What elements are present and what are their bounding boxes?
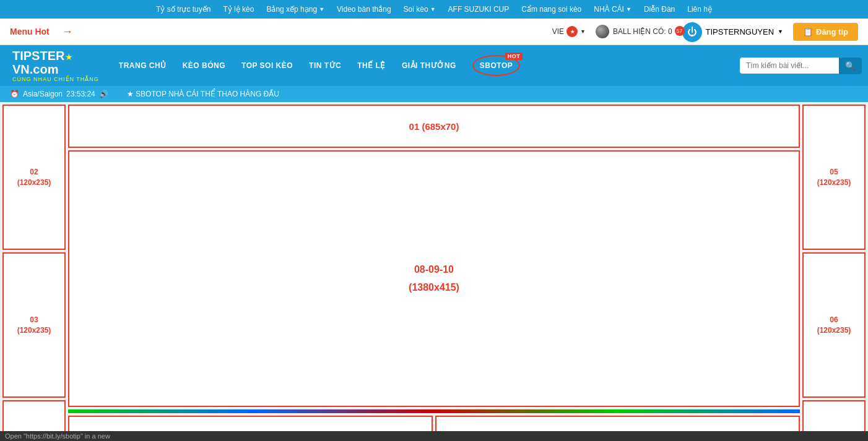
sbotop-circle: SBOTOP HOT	[472, 55, 520, 76]
chevron-down-icon: ▼	[626, 6, 631, 12]
ad-05[interactable]: 05 (120x235)	[802, 105, 866, 250]
nav-giai-thuong[interactable]: GIẢI THƯỞNG	[394, 53, 464, 79]
user-chevron-icon: ▼	[778, 28, 783, 35]
username-label: TIPSTERNGUYEN	[706, 27, 775, 36]
ball-icon	[596, 25, 609, 38]
ball-count: BALL HIỆN CÓ: 0	[613, 27, 672, 36]
logo[interactable]: TIPSTER ★ VN.com CÙNG NHAU CHIẾN THẮNG	[6, 45, 105, 86]
ad-03[interactable]: 03 (120x235)	[2, 252, 66, 398]
nav-aff[interactable]: AFF SUZUKI CUP	[448, 5, 510, 14]
nav-soi-keo[interactable]: Soi kèo ▼	[404, 5, 436, 14]
ad-02[interactable]: 02 (120x235)	[2, 105, 66, 250]
login-button[interactable]: 📋 Đăng tip	[793, 23, 858, 41]
search-button[interactable]: 🔍	[839, 58, 862, 74]
nav-dien-dan[interactable]: Diễn Đàn	[644, 5, 675, 14]
search-area: 🔍	[740, 58, 862, 74]
sound-icon[interactable]: 🔊	[99, 90, 108, 98]
nav-sbotop[interactable]: SBOTOP HOT	[465, 49, 527, 82]
right-sidebar: 05 (120x235) 06 (120x235) 07 (120x235)	[800, 102, 868, 441]
ad-06[interactable]: 06 (120x235)	[802, 252, 866, 398]
chevron-down-icon: ▼	[319, 6, 324, 12]
nav-video[interactable]: Video bàn thắng	[337, 5, 391, 14]
status-text: Open "https://bit.ly/sbotip" in a new	[5, 432, 110, 440]
chevron-down-icon: ▼	[580, 28, 586, 35]
time-display: 23:53:24	[66, 90, 95, 98]
main-nav-links: TRANG CHỦ KÈO BÓNG TOP SOI KÈO TIN TỨC T…	[111, 49, 740, 82]
user-icon: ⏻	[682, 22, 702, 42]
top-navigation: Tỷ số trực tuyến Tỷ lệ kèo Bảng xếp hạng…	[0, 0, 868, 19]
book-icon: 📋	[803, 27, 813, 36]
language-selector[interactable]: VIE ★ ▼	[552, 26, 586, 37]
left-sidebar: 02 (120x235) 03 (120x235) 04 (120x235)	[0, 102, 68, 441]
nav-lien-he[interactable]: Liên hệ	[687, 5, 712, 14]
time-section: ⏰ Asia/Saigon 23:53:24 🔊	[10, 90, 108, 98]
main-navigation: TIPSTER ★ VN.com CÙNG NHAU CHIẾN THẮNG T…	[0, 45, 868, 86]
nav-ty-so[interactable]: Tỷ số trực tuyến	[156, 5, 210, 14]
content-wrapper: 02 (120x235) 03 (120x235) 04 (120x235) 0…	[0, 102, 868, 441]
menu-hot-arrow-icon: →	[62, 25, 73, 38]
hot-badge: HOT	[505, 53, 523, 60]
nav-nha-cai[interactable]: NHÀ CÁI ▼	[594, 5, 631, 14]
search-icon: 🔍	[845, 61, 856, 71]
nav-bang-xep-hang[interactable]: Bảng xếp hạng ▼	[266, 5, 324, 14]
flag-icon: ★	[566, 26, 578, 37]
status-bar: Open "https://bit.ly/sbotip" in a new	[0, 431, 868, 441]
nav-tin-tuc[interactable]: TIN TỨC	[302, 53, 349, 79]
main-content: 01 (685x70) 08-09-10 (1380x415) 11 (685x…	[68, 102, 800, 441]
chevron-down-icon: ▼	[430, 6, 436, 12]
user-badge: 57	[675, 26, 685, 36]
nav-trang-chu[interactable]: TRANG CHỦ	[111, 53, 174, 79]
ad-big[interactable]: 08-09-10 (1380x415)	[68, 150, 800, 407]
nav-cam-nang[interactable]: Cẩm nang soi kèo	[521, 5, 581, 14]
sub-bar: ⏰ Asia/Saigon 23:53:24 🔊 ★ SBOTOP NHÀ CÁ…	[0, 86, 868, 102]
nav-ty-le-keo[interactable]: Tỷ lệ kèo	[223, 5, 254, 14]
logo-sub: CÙNG NHAU CHIẾN THẮNG	[12, 76, 99, 82]
nav-the-le[interactable]: THẾ LỆ	[350, 53, 393, 79]
clock-icon: ⏰	[10, 90, 19, 98]
logo-text-tipster: TIPSTER	[12, 49, 64, 62]
user-section[interactable]: ⏻ 57 TIPSTERNGUYEN ▼	[682, 22, 783, 41]
nav-keo-bong[interactable]: KÈO BÓNG	[175, 53, 233, 79]
lang-label: VIE	[552, 27, 564, 36]
marquee-text: ★ SBOTOP NHÀ CÁI THỂ THAO HÀNG ĐẦU	[127, 90, 279, 98]
nav-top-soi-keo[interactable]: TOP SOI KÈO	[234, 53, 300, 79]
logo-star-icon: ★	[65, 52, 73, 62]
thin-bar	[68, 409, 800, 413]
second-bar: Menu Hot → VIE ★ ▼ BALL HIỆN CÓ: 0 ⏻ 57 …	[0, 19, 868, 45]
logo-text-vn: VN.com	[12, 62, 58, 76]
ad-01[interactable]: 01 (685x70)	[68, 105, 800, 148]
timezone: Asia/Saigon	[23, 90, 63, 98]
ball-section: BALL HIỆN CÓ: 0	[596, 25, 672, 38]
search-input[interactable]	[740, 58, 839, 74]
menu-hot-label: Menu Hot	[10, 27, 50, 36]
